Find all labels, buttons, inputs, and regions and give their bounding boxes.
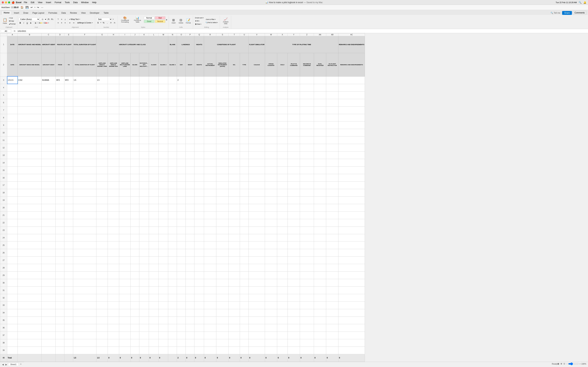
cell-H33[interactable]	[108, 301, 119, 309]
cell-I28[interactable]	[119, 264, 130, 272]
cell-I19[interactable]	[119, 196, 130, 204]
cell-J20[interactable]	[130, 204, 139, 211]
cell-Z28[interactable]	[300, 264, 314, 272]
cell-V6[interactable]	[249, 99, 265, 106]
cell-E30[interactable]	[64, 279, 73, 287]
cell-B5[interactable]	[18, 92, 42, 99]
cell-C24[interactable]	[42, 234, 56, 242]
cell-X31[interactable]	[277, 287, 288, 294]
cell-C29[interactable]	[42, 272, 56, 279]
cell-AB30[interactable]	[326, 279, 338, 287]
cell-C13[interactable]	[42, 151, 56, 159]
decimal-increase-button[interactable]: .0↑	[109, 21, 112, 24]
cell-N39[interactable]	[168, 347, 177, 354]
cell-AB37[interactable]	[326, 332, 338, 339]
cell-G29[interactable]	[96, 272, 108, 279]
cell-I31[interactable]	[119, 287, 130, 294]
cell-AC6[interactable]	[338, 99, 365, 106]
cell-N7[interactable]	[168, 106, 177, 114]
cell-C9[interactable]	[42, 121, 56, 129]
cell-J7[interactable]	[130, 106, 139, 114]
cell-AA30[interactable]	[314, 279, 326, 287]
cell-J5[interactable]	[130, 92, 139, 99]
cell-K27[interactable]	[139, 257, 149, 264]
cell-E16[interactable]	[64, 174, 73, 182]
cell-K21[interactable]	[139, 211, 149, 219]
cell-E32[interactable]	[64, 294, 73, 302]
col-header-H[interactable]: H	[108, 33, 119, 36]
cell-K38[interactable]	[139, 339, 149, 347]
cell-G37[interactable]	[96, 332, 108, 339]
col-header-R[interactable]: R	[204, 33, 216, 36]
cell-M12[interactable]	[159, 144, 168, 151]
cell-P19[interactable]	[186, 196, 194, 204]
cell-M5[interactable]	[159, 92, 168, 99]
cell-B20[interactable]	[18, 204, 42, 211]
cell-U32[interactable]	[240, 294, 249, 302]
cell-H18[interactable]	[108, 189, 119, 196]
cell-AB26[interactable]	[326, 249, 338, 257]
cell-I7[interactable]	[119, 106, 130, 114]
cell-F17[interactable]	[73, 181, 96, 189]
cell-L28[interactable]	[149, 264, 159, 272]
autosum-button[interactable]: Σ Auto-sum ▼	[194, 17, 205, 19]
cell-J25[interactable]	[130, 242, 139, 249]
indent-increase-button[interactable]: ⇥	[72, 21, 75, 24]
cell-W19[interactable]	[265, 196, 277, 204]
cell-AA13[interactable]	[314, 151, 326, 159]
cell-A21[interactable]	[7, 211, 18, 219]
cell-W11[interactable]	[265, 136, 277, 144]
cell-D32[interactable]	[56, 294, 64, 302]
cell-V15[interactable]	[249, 167, 265, 174]
cell-W8[interactable]	[265, 114, 277, 121]
cell-AA7[interactable]	[314, 106, 326, 114]
cell-A10[interactable]	[7, 129, 18, 136]
merge-center-button[interactable]: ⊞ Merge & Centre ▼	[77, 22, 94, 24]
cell-X37[interactable]	[277, 332, 288, 339]
cell-P15[interactable]	[186, 167, 194, 174]
cell-S35[interactable]	[216, 317, 229, 324]
align-top-button[interactable]: ⊤	[57, 18, 60, 21]
cell-O7[interactable]	[177, 106, 186, 114]
cell-F21[interactable]	[73, 211, 96, 219]
cell-Q3[interactable]	[194, 76, 204, 84]
cell-X12[interactable]	[277, 144, 288, 151]
cell-V12[interactable]	[249, 144, 265, 151]
cell-H19[interactable]	[108, 196, 119, 204]
col-header-L[interactable]: L	[149, 33, 159, 36]
cell-T31[interactable]	[229, 287, 240, 294]
cell-J9[interactable]	[130, 121, 139, 129]
cell-Q39[interactable]	[194, 347, 204, 354]
cell-F38[interactable]	[73, 339, 96, 347]
cell-A24[interactable]	[7, 234, 18, 242]
cell-S12[interactable]	[216, 144, 229, 151]
zoom-minus[interactable]: −	[566, 363, 568, 365]
cell-X34[interactable]	[277, 309, 288, 317]
currency-dropdown[interactable]: ▼	[100, 22, 102, 23]
cell-B28[interactable]	[18, 264, 42, 272]
cell-AC11[interactable]	[338, 136, 365, 144]
cell-Z21[interactable]	[300, 211, 314, 219]
cell-X7[interactable]	[277, 106, 288, 114]
cell-S32[interactable]	[216, 294, 229, 302]
cell-D15[interactable]	[56, 167, 64, 174]
cell-K13[interactable]	[139, 151, 149, 159]
number-format-selector[interactable]: Date	[96, 18, 112, 21]
cell-D17[interactable]	[56, 181, 64, 189]
cell-M39[interactable]	[159, 347, 168, 354]
cell-F34[interactable]	[73, 309, 96, 317]
cell-F23[interactable]	[73, 226, 96, 234]
cell-W21[interactable]	[265, 211, 277, 219]
cell-A36[interactable]	[7, 324, 18, 332]
tab-page-layout[interactable]: Page Layout	[30, 11, 46, 15]
cell-H5[interactable]	[108, 92, 119, 99]
cell-P18[interactable]	[186, 189, 194, 196]
copy-button[interactable]: ⊞ Copy	[9, 20, 16, 22]
cell-B35[interactable]	[18, 317, 42, 324]
cell-G39[interactable]	[96, 347, 108, 354]
cell-U39[interactable]	[240, 347, 249, 354]
cell-T8[interactable]	[229, 114, 240, 121]
cell-A39[interactable]	[7, 347, 18, 354]
cell-M13[interactable]	[159, 151, 168, 159]
cell-B23[interactable]	[18, 226, 42, 234]
